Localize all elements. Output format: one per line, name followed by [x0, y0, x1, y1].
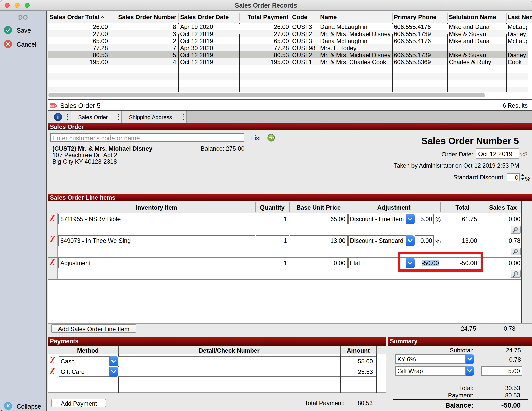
svg-text:SALE: SALE [50, 105, 55, 107]
